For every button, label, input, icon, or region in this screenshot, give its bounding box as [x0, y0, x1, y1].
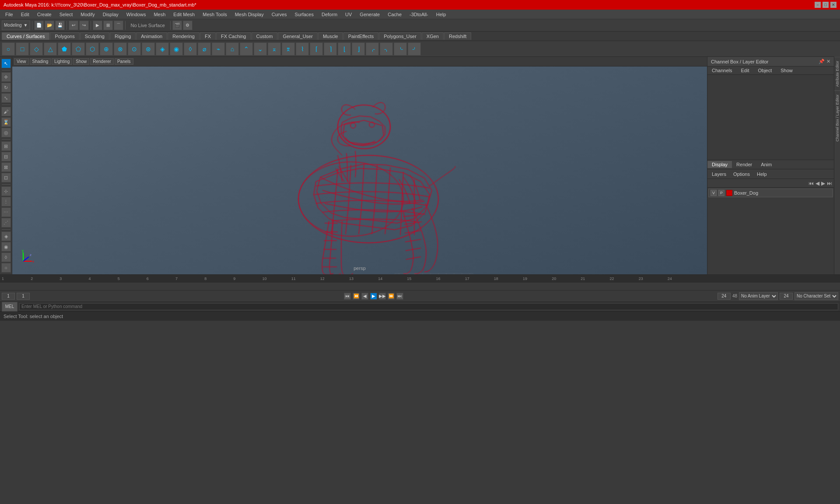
shelf-icon-9[interactable]: ⊗	[114, 42, 127, 56]
layout-btn1[interactable]: ⊞	[1, 141, 11, 151]
select-tool-btn[interactable]: ↖	[1, 59, 11, 68]
shelf-tab-xgen[interactable]: XGen	[422, 32, 444, 40]
menu-item-file[interactable]: File	[2, 11, 17, 18]
shelf-tab-fx[interactable]: FX	[200, 32, 216, 40]
layer-nav-last[interactable]: ⏭	[827, 180, 832, 186]
paint-btn[interactable]: 🖌	[1, 107, 11, 116]
shelf-icon-16[interactable]: ⌁	[212, 42, 225, 56]
layout-btn3[interactable]: ⊠	[1, 162, 11, 172]
snap-btn2[interactable]: ⋮	[1, 197, 11, 206]
lighting-menu[interactable]: Lighting	[52, 58, 72, 65]
shelf-icon-29[interactable]: ⌎	[394, 42, 407, 56]
menu-item-create[interactable]: Create	[34, 11, 55, 18]
menu-item-select[interactable]: Select	[56, 11, 77, 18]
shelf-tab-general-user[interactable]: General_User	[278, 32, 317, 40]
shelf-icon-2[interactable]: □	[16, 42, 29, 56]
layer-color-swatch[interactable]	[726, 190, 732, 196]
minimize-button[interactable]: −	[815, 2, 821, 8]
shelf-icon-1[interactable]: ○	[2, 42, 15, 56]
new-scene-btn[interactable]: 📄	[34, 21, 44, 30]
undo-btn[interactable]: ↩	[69, 21, 78, 30]
shelf-icon-11[interactable]: ⊛	[142, 42, 155, 56]
show-menu[interactable]: Show	[73, 58, 89, 65]
display-tab[interactable]: Display	[707, 161, 732, 168]
misc-btn4[interactable]: ○	[1, 263, 11, 273]
channel-box-pin-icon[interactable]: 📌	[819, 59, 825, 64]
render-btn[interactable]: 🎬	[172, 21, 182, 30]
shelf-icon-12[interactable]: ◈	[156, 42, 169, 56]
shelf-icon-22[interactable]: ⌇	[296, 42, 309, 56]
3d-viewport[interactable]: persp x y z	[12, 66, 707, 274]
menu-item-uv[interactable]: UV	[342, 11, 355, 18]
timeline-ruler[interactable]: 123456789101112131415161718192021222324	[0, 275, 840, 283]
play-forward-btn[interactable]: ▶	[370, 293, 377, 300]
shelf-icon-21[interactable]: ⌆	[282, 42, 295, 56]
close-button[interactable]: ✕	[830, 2, 836, 8]
shelf-icon-4[interactable]: △	[44, 42, 57, 56]
fps-input[interactable]	[718, 293, 731, 300]
render-tab[interactable]: Render	[732, 161, 756, 168]
menu-item-windows[interactable]: Windows	[123, 11, 150, 18]
shelf-tab-rigging[interactable]: Rigging	[110, 32, 136, 40]
menu-item-mesh[interactable]: Mesh	[150, 11, 169, 18]
menu-item-help[interactable]: Help	[433, 11, 450, 18]
menu-item-mesh-tools[interactable]: Mesh Tools	[199, 11, 230, 18]
shelf-icon-25[interactable]: ⌊	[338, 42, 351, 56]
play-prev-frame-btn[interactable]: ◀	[361, 293, 368, 300]
move-tool-btn[interactable]: ✛	[1, 72, 11, 82]
shelf-icon-28[interactable]: ⌍	[380, 42, 393, 56]
misc-btn2[interactable]: ◉	[1, 242, 11, 252]
shelf-tab-rendering[interactable]: Rendering	[168, 32, 200, 40]
layer-nav-prev[interactable]: ◀	[816, 180, 819, 186]
shelf-tab-polygons[interactable]: Polygons	[50, 32, 79, 40]
frame-end-input[interactable]	[780, 293, 793, 300]
show-tab[interactable]: Show	[776, 66, 797, 74]
snap-btn4[interactable]: ⋰	[1, 218, 11, 228]
shelf-icon-7[interactable]: ⬡	[86, 42, 99, 56]
select-btn[interactable]: ▶	[93, 21, 102, 30]
char-set-select[interactable]: No Character Set	[794, 292, 838, 300]
options-tab[interactable]: Options	[732, 171, 752, 178]
menu-item-modify[interactable]: Modify	[77, 11, 98, 18]
scale-tool-btn[interactable]: ⤡	[1, 93, 11, 103]
soft-mod-btn[interactable]: ◎	[1, 128, 11, 137]
current-frame-input[interactable]	[17, 293, 30, 300]
menu-item-generate[interactable]: Generate	[356, 11, 383, 18]
open-btn[interactable]: 📂	[45, 21, 54, 30]
shelf-tab-custom[interactable]: Custom	[252, 32, 278, 40]
panels-menu[interactable]: Panels	[115, 58, 133, 65]
edit-tab[interactable]: Edit	[736, 66, 753, 74]
view-menu[interactable]: View	[14, 58, 29, 65]
shelf-icon-24[interactable]: ⌉	[324, 42, 337, 56]
rotate-tool-btn[interactable]: ↻	[1, 83, 11, 92]
mel-button[interactable]: MEL	[2, 302, 18, 312]
play-next-key-btn[interactable]: ⏩	[388, 293, 395, 300]
shelf-icon-8[interactable]: ⊕	[100, 42, 113, 56]
menu-item-curves[interactable]: Curves	[268, 11, 290, 18]
layer-nav-first[interactable]: ⏮	[808, 180, 814, 186]
shelf-icon-14[interactable]: ◊	[184, 42, 197, 56]
redo-btn[interactable]: ↪	[79, 21, 89, 30]
render-settings-btn[interactable]: ⚙	[183, 21, 192, 30]
anim-layer-select[interactable]: No Anim Layer	[739, 292, 778, 300]
menu-item-display[interactable]: Display	[99, 11, 122, 18]
shelf-icon-13[interactable]: ◉	[170, 42, 183, 56]
frame-start-input[interactable]	[2, 293, 15, 300]
snap-grid-btn[interactable]: ⊞	[103, 21, 113, 30]
menu-item-edit[interactable]: Edit	[18, 11, 33, 18]
menu-item-edit-mesh[interactable]: Edit Mesh	[170, 11, 198, 18]
mode-dropdown[interactable]: Modeling ▼	[2, 21, 30, 30]
snap-btn3[interactable]: ⋯	[1, 207, 11, 217]
shelf-tab-polygons-user[interactable]: Polygons_User	[379, 32, 421, 40]
channel-box-layer-editor-tab[interactable]: Channel Box / Layer Editor	[834, 91, 840, 145]
shelf-icon-18[interactable]: ⌃	[240, 42, 253, 56]
menu-item--3dtoall-[interactable]: -3DtoAll-	[406, 11, 432, 18]
layout-btn4[interactable]: ⊡	[1, 173, 11, 182]
layers-tab[interactable]: Layers	[710, 171, 728, 178]
layer-visibility-toggle[interactable]: V	[710, 190, 717, 196]
shelf-icon-26[interactable]: ⌋	[352, 42, 365, 56]
shelf-icon-10[interactable]: ⊙	[128, 42, 141, 56]
shelf-icon-3[interactable]: ◇	[30, 42, 43, 56]
shelf-tab-curves---surfaces[interactable]: Curves / Surfaces	[2, 32, 49, 40]
shelf-icon-23[interactable]: ⌈	[310, 42, 323, 56]
